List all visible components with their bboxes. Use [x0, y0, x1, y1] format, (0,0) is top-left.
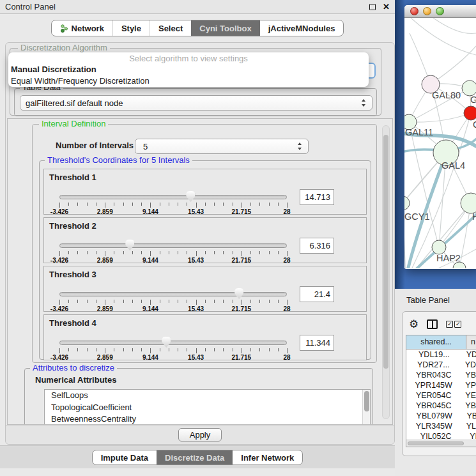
threshold-slider[interactable]: -3.4262.8599.14415.4321.71528 — [59, 339, 287, 359]
threshold-coordinates-title: Threshold's Coordinates for 5 Intervals — [45, 155, 192, 165]
float-window-icon[interactable] — [369, 4, 376, 10]
checkbox-icon[interactable]: ✓ — [446, 321, 453, 328]
table-row[interactable]: YBL079WYBL0 — [406, 411, 476, 421]
table-body: YDL19...YDL1YDR27...YDR2YBR043CYBR0YPR14… — [406, 349, 476, 441]
tick-label: 28 — [283, 354, 290, 361]
node-label: GAL11 — [405, 127, 433, 137]
threshold-slider[interactable]: -3.4262.8599.14415.4321.71528 — [59, 193, 287, 213]
zoom-traffic-light-icon[interactable] — [436, 7, 444, 15]
close-icon[interactable]: ✕ — [383, 0, 390, 14]
stepper-icon — [298, 142, 302, 150]
slider-thumb[interactable] — [125, 240, 135, 250]
threshold-panel: Threshold 2-3.4262.8599.14415.4321.71528… — [43, 217, 367, 263]
tab-style[interactable]: Style — [112, 20, 150, 36]
threshold-coordinates-group: Threshold's Coordinates for 5 Intervals … — [39, 160, 371, 360]
list-scrollbar[interactable] — [362, 390, 370, 425]
cyni-toolbox-panel: Discretization Algorithm Table Data galF… — [5, 42, 395, 445]
tab-select[interactable]: Select — [150, 20, 191, 36]
algorithm-dropdown-popup: Select algorithm to view settings Manual… — [8, 52, 369, 87]
table-row[interactable]: YBR045CYBR0 — [406, 401, 476, 411]
tab-discretize-data[interactable]: Discretize Data — [157, 450, 233, 464]
slider-track[interactable] — [59, 243, 287, 248]
table-row[interactable]: YDL19...YDL1 — [406, 349, 476, 360]
gear-icon[interactable]: ⚙ — [409, 319, 418, 330]
slider-ticks — [59, 203, 287, 208]
numerical-attributes-label: Numerical Attributes — [35, 375, 116, 385]
threshold-panel: Threshold 3-3.4262.8599.14415.4321.71528… — [43, 266, 367, 312]
app-root: Control Panel ✕ Network Styl — [0, 0, 476, 476]
slider-thumb[interactable] — [162, 337, 171, 348]
slider-thumb[interactable] — [186, 191, 196, 202]
split-columns-icon[interactable] — [427, 319, 438, 329]
table-row[interactable]: YER054CYER0 — [406, 390, 476, 401]
tick-label: 21.715 — [232, 208, 252, 215]
top-tab-bar: Network Style Select Cyni Toolbox jActiv… — [0, 20, 395, 36]
tab-impute-data[interactable]: Impute Data — [93, 450, 157, 464]
threshold-value-input[interactable]: 21.4 — [300, 286, 334, 302]
table-row[interactable]: YDR27...YDR2 — [406, 360, 476, 370]
table-data-select[interactable]: galFiltered.sif default node — [20, 95, 372, 111]
tick-label: 15.43 — [188, 354, 204, 361]
network-node[interactable] — [461, 193, 476, 213]
table-toolbar: ⚙ ✓ ✓ — [409, 316, 461, 332]
network-node[interactable] — [404, 196, 410, 210]
attribute-list-item[interactable]: BetweennessCentrality — [45, 413, 370, 425]
tick-label: 9.144 — [142, 354, 158, 361]
tick-label: 21.715 — [232, 354, 252, 361]
tick-label: 21.715 — [232, 257, 252, 264]
dropdown-option-equal-width[interactable]: Equal Width/Frequency Discretization — [8, 75, 369, 87]
slider-thumb[interactable] — [234, 288, 244, 299]
apply-button[interactable]: Apply — [178, 428, 222, 441]
column-header-shared-name[interactable]: shared... — [406, 335, 466, 349]
dropdown-option-manual-discretization[interactable]: Manual Discretization — [8, 64, 369, 75]
checkbox-icon[interactable]: ✓ — [454, 321, 461, 328]
network-node[interactable] — [432, 240, 446, 254]
network-canvas[interactable]: GAL80GACGAL11GAL4GCY1HHAP2 — [404, 18, 476, 268]
attribute-list-item[interactable]: SelfLoops — [45, 390, 370, 402]
threshold-value-input[interactable]: 6.316 — [300, 238, 334, 254]
close-traffic-light-icon[interactable] — [410, 7, 418, 15]
interval-definition-title: Interval Definition — [39, 119, 108, 128]
tick-label: 28 — [283, 208, 290, 215]
slider-track[interactable] — [59, 292, 287, 296]
table-row[interactable]: YLR345WYLR3 — [406, 421, 476, 431]
table-panel-title: Table Panel — [406, 289, 450, 311]
attributes-group: Attributes to discretize Numerical Attri… — [24, 368, 373, 425]
table-horizontal-scrollbar[interactable] — [406, 440, 476, 447]
slider-track[interactable] — [59, 341, 287, 345]
number-of-intervals-select[interactable]: 5 — [135, 139, 309, 154]
table-panel: ⚙ ✓ ✓ shared... n YDL19...YDL1YDR27...YD… — [402, 311, 476, 456]
tick-label: 2.859 — [97, 305, 113, 312]
tab-jactivemnodules[interactable]: jActiveMNodules — [260, 20, 344, 36]
network-node[interactable] — [462, 81, 476, 96]
table-row[interactable]: YPR145WYPR1 — [406, 380, 476, 390]
minimize-traffic-light-icon[interactable] — [423, 7, 431, 15]
dropdown-hint-option[interactable]: Select algorithm to view settings — [8, 52, 369, 64]
tick-label: 21.715 — [232, 305, 252, 312]
tab-infer-network[interactable]: Infer Network — [233, 450, 302, 464]
network-icon — [60, 24, 68, 33]
threshold-slider[interactable]: -3.4262.8599.14415.4321.71528 — [59, 290, 287, 311]
column-header-name[interactable]: n — [466, 335, 476, 349]
slider-track[interactable] — [59, 195, 287, 199]
attribute-list-item[interactable]: TopologicalCoefficient — [45, 402, 370, 414]
table-row[interactable]: YBR043CYBR0 — [406, 370, 476, 380]
tab-network[interactable]: Network — [52, 20, 112, 36]
tab-cyni-toolbox[interactable]: Cyni Toolbox — [191, 20, 259, 36]
threshold-panel: Threshold 1-3.4262.8599.14415.4321.71528… — [43, 169, 367, 215]
settings-vertical-scrollbar[interactable] — [382, 125, 390, 419]
desktop-background: GAL80GACGAL11GAL4GCY1HHAP2 — [395, 0, 476, 289]
tick-label: 15.43 — [188, 305, 204, 312]
apply-bar: Apply — [6, 425, 394, 444]
numerical-attributes-list[interactable]: SelfLoopsTopologicalCoefficientBetweenne… — [44, 389, 371, 425]
threshold-slider[interactable]: -3.4262.8599.14415.4321.71528 — [59, 242, 287, 262]
tick-label: 2.859 — [97, 354, 113, 361]
node-label: C — [473, 119, 476, 130]
algorithm-group-title: Discretization Algorithm — [18, 43, 110, 52]
tick-label: 2.859 — [97, 257, 113, 264]
threshold-value-input[interactable]: 14.713 — [300, 189, 334, 205]
network-node[interactable] — [464, 106, 476, 120]
tick-label: 9.144 — [142, 208, 158, 215]
threshold-value-input[interactable]: 11.344 — [300, 335, 334, 351]
tick-label: -3.426 — [50, 208, 68, 215]
